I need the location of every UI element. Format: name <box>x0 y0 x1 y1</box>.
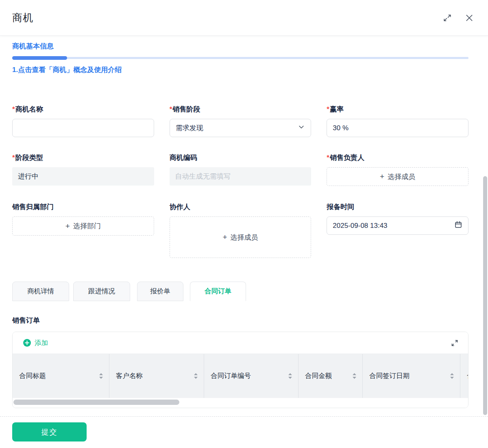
step-title: 商机基本信息 <box>12 42 468 51</box>
table-header-row: 合同标题 客户名称 合同订单编号 合同金额 合同签订日期 合 <box>13 354 468 398</box>
plus-icon: + <box>65 222 70 231</box>
plus-icon: + <box>380 172 384 181</box>
dialog-header: 商机 <box>0 0 488 36</box>
required-mark: * <box>12 154 15 162</box>
column-header[interactable]: 合同金额 <box>298 354 363 398</box>
submit-button[interactable]: 提交 <box>12 422 87 441</box>
select-collaborator-button[interactable]: + 选择成员 <box>170 216 312 258</box>
opportunity-name-input[interactable] <box>18 124 148 132</box>
field-collaborator: 协作人 + 选择成员 <box>170 202 312 258</box>
dialog-body: 商机基本信息 1.点击查看「商机」概念及使用介绍 *商机名称 *销售阶段 需求发… <box>0 42 488 408</box>
win-rate-input-wrap <box>327 119 468 137</box>
field-stage-type: *阶段类型 进行中 <box>12 153 154 186</box>
column-header[interactable]: 合同标题 <box>13 354 109 398</box>
select-member-button[interactable]: + 选择成员 <box>327 167 468 186</box>
progress-fill <box>12 56 67 60</box>
opportunity-name-input-wrap <box>12 119 154 137</box>
field-label: 商机编码 <box>170 153 312 162</box>
close-icon[interactable] <box>464 13 474 23</box>
column-header[interactable]: 合同订单编号 <box>204 354 298 398</box>
tab-opportunity-detail[interactable]: 商机详情 <box>12 282 69 301</box>
field-label: *销售阶段 <box>170 105 312 114</box>
expand-dialog-icon[interactable] <box>442 13 452 23</box>
field-label: 协作人 <box>170 202 312 212</box>
expand-table-icon[interactable] <box>450 339 459 347</box>
add-row-label: 添加 <box>35 339 48 347</box>
plus-circle-icon <box>23 339 31 347</box>
tab-contract-order[interactable]: 合同订单 <box>190 282 246 301</box>
sort-icon[interactable] <box>450 373 454 379</box>
vertical-scrollbar-thumb[interactable] <box>483 176 487 415</box>
select-department-button[interactable]: + 选择部门 <box>12 216 154 236</box>
field-label: *商机名称 <box>12 105 154 114</box>
plus-icon: + <box>222 233 227 242</box>
horizontal-scrollbar <box>13 398 468 408</box>
sort-icon[interactable] <box>288 373 292 379</box>
report-time-picker[interactable]: 2025-09-08 13:43 <box>327 216 468 235</box>
calendar-icon <box>454 221 462 231</box>
field-label: *阶段类型 <box>12 153 154 162</box>
required-mark: * <box>170 105 172 113</box>
opportunity-code-readonly: 自动生成无需填写 <box>170 167 312 186</box>
tab-follow-up[interactable]: 跟进情况 <box>73 282 130 301</box>
progress-track <box>12 57 468 59</box>
column-header[interactable]: 合 <box>460 354 468 398</box>
select-collaborator-label: 选择成员 <box>231 233 258 242</box>
field-sales-owner: *销售负责人 + 选择成员 <box>327 153 468 186</box>
select-department-label: 选择部门 <box>73 221 101 231</box>
progress-bar <box>12 56 468 60</box>
field-sales-department: 销售归属部门 + 选择部门 <box>12 202 154 236</box>
field-sales-stage: *销售阶段 需求发现 <box>170 105 312 137</box>
field-label: 报备时间 <box>327 202 468 212</box>
add-row-button[interactable]: 添加 <box>23 339 48 347</box>
sales-stage-value: 需求发现 <box>176 123 203 133</box>
sales-order-table: 添加 合同标题 客户名称 合同订单编号 <box>12 332 468 408</box>
select-member-label: 选择成员 <box>388 172 415 181</box>
footer-divider <box>0 416 488 417</box>
report-time-value: 2025-09-08 13:43 <box>333 222 387 230</box>
chevron-down-icon <box>298 123 305 133</box>
horizontal-scrollbar-thumb[interactable] <box>13 400 179 405</box>
field-win-rate: *赢率 <box>327 105 468 137</box>
sort-icon[interactable] <box>194 373 198 379</box>
required-mark: * <box>12 105 15 113</box>
tab-quotation[interactable]: 报价单 <box>137 282 183 301</box>
column-header[interactable]: 客户名称 <box>109 354 204 398</box>
table-toolbar: 添加 <box>13 332 468 354</box>
required-mark: * <box>327 154 329 162</box>
column-header[interactable]: 合同签订日期 <box>363 354 460 398</box>
win-rate-input[interactable] <box>333 124 462 132</box>
field-report-time: 报备时间 2025-09-08 13:43 <box>327 202 468 235</box>
sales-stage-select[interactable]: 需求发现 <box>170 119 312 137</box>
required-mark: * <box>327 105 329 113</box>
field-opportunity-name: *商机名称 <box>12 105 154 137</box>
field-label: *销售负责人 <box>327 153 468 162</box>
dialog-title: 商机 <box>12 11 33 24</box>
stage-type-readonly: 进行中 <box>12 167 154 186</box>
field-opportunity-code: 商机编码 自动生成无需填写 <box>170 153 312 186</box>
field-label: 销售归属部门 <box>12 202 154 212</box>
detail-tabs: 商机详情 跟进情况 报价单 合同订单 <box>12 282 468 301</box>
sort-icon[interactable] <box>352 373 357 379</box>
field-label: *赢率 <box>327 105 468 114</box>
sort-icon[interactable] <box>99 373 103 379</box>
sales-order-heading: 销售订单 <box>12 316 468 325</box>
intro-link[interactable]: 1.点击查看「商机」概念及使用介绍 <box>12 65 468 74</box>
